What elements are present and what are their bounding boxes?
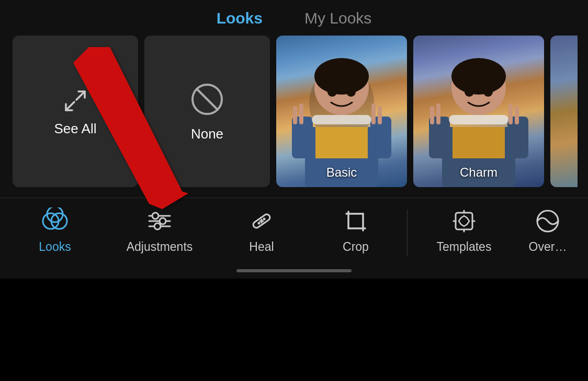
heal-icon (248, 207, 275, 235)
basic-photo-person (276, 36, 407, 187)
svg-line-1 (76, 91, 85, 100)
svg-point-19 (451, 58, 506, 95)
svg-line-0 (66, 102, 74, 110)
looks-icon (41, 207, 69, 235)
toolbar-item-looks[interactable]: Looks (5, 207, 105, 254)
tile-see-all-label: See All (54, 121, 97, 137)
expand-icon (61, 86, 90, 116)
toolbar-item-overlay[interactable]: Over… (516, 207, 579, 254)
home-indicator (5, 257, 583, 279)
svg-point-26 (483, 87, 493, 97)
bottom-toolbar: Looks Adjustments (0, 198, 588, 279)
toolbar-item-heal[interactable]: Heal (214, 207, 309, 254)
svg-rect-14 (293, 106, 297, 124)
tab-looks[interactable]: Looks (217, 9, 263, 27)
tile-see-all[interactable]: See All (13, 36, 138, 187)
svg-rect-17 (378, 106, 382, 124)
top-section: Looks My Looks See All (0, 0, 588, 198)
toolbar-overlay-label: Over… (529, 240, 567, 254)
toolbar-item-crop[interactable]: Crop (309, 207, 403, 254)
svg-point-44 (263, 218, 266, 221)
svg-rect-28 (436, 103, 440, 124)
templates-icon (450, 207, 478, 235)
svg-rect-29 (508, 103, 513, 124)
svg-rect-11 (312, 115, 371, 124)
no-filter-icon (189, 81, 225, 118)
toolbar-item-adjustments[interactable]: Adjustments (105, 207, 214, 254)
home-bar (236, 269, 352, 272)
svg-rect-30 (515, 106, 519, 124)
tile-none-label: None (191, 126, 223, 142)
toolbar-item-templates[interactable]: Templates (412, 207, 516, 254)
svg-point-39 (152, 213, 159, 219)
svg-line-3 (197, 89, 218, 110)
toolbar-adjustments-label: Adjustments (127, 240, 193, 254)
svg-point-13 (346, 87, 356, 97)
svg-point-25 (465, 87, 474, 97)
svg-point-12 (327, 87, 337, 97)
svg-rect-8 (315, 127, 368, 158)
svg-rect-27 (430, 106, 434, 124)
toolbar-vertical-divider (407, 210, 408, 257)
toolbar-looks-label: Looks (39, 240, 71, 254)
svg-rect-16 (371, 103, 376, 124)
toolbar-items: Looks Adjustments (5, 207, 583, 257)
tile-basic-label: Basic (326, 165, 357, 180)
svg-point-6 (314, 58, 369, 95)
toolbar-heal-label: Heal (249, 240, 274, 254)
svg-rect-15 (299, 103, 303, 124)
svg-point-43 (258, 222, 261, 225)
app-container: Looks My Looks See All (0, 0, 588, 381)
toolbar-crop-label: Crop (343, 240, 369, 254)
tile-basic[interactable]: Basic (276, 36, 407, 187)
tile-charm[interactable]: Charm (413, 36, 544, 187)
tile-extra (550, 36, 578, 187)
toolbar-templates-label: Templates (437, 240, 492, 254)
tab-my-looks[interactable]: My Looks (304, 9, 371, 27)
tile-charm-label: Charm (460, 165, 497, 180)
svg-rect-21 (453, 127, 505, 158)
tiles-row: See All None (10, 36, 578, 187)
svg-point-41 (154, 223, 161, 229)
adjustments-icon (146, 207, 173, 235)
svg-rect-24 (449, 115, 508, 124)
tile-none[interactable]: None (144, 36, 270, 187)
svg-point-40 (160, 218, 166, 224)
charm-photo-person (413, 36, 544, 187)
crop-icon (342, 207, 369, 235)
overlay-icon (534, 207, 561, 235)
tab-bar: Looks My Looks (10, 0, 578, 36)
